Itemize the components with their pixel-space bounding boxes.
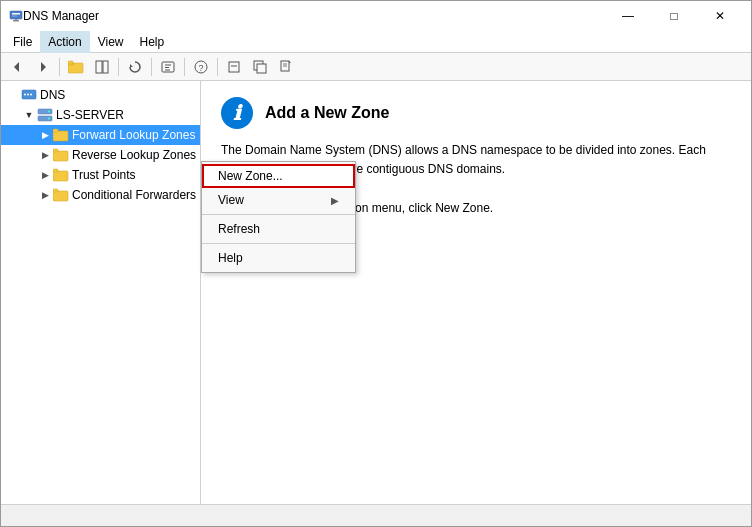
folder-forward-icon (53, 127, 69, 143)
content-header: ℹ Add a New Zone (221, 97, 731, 129)
svg-rect-19 (229, 62, 239, 72)
ctx-view-arrow: ▶ (331, 195, 339, 206)
tree-item-reverse-lookup[interactable]: ▶ Reverse Lookup Zones (1, 145, 200, 165)
main-window: DNS Manager — □ ✕ File Action View Help (0, 0, 752, 527)
status-bar (1, 504, 751, 526)
expand-ls-server[interactable]: ▼ (21, 110, 37, 120)
svg-point-28 (24, 94, 26, 96)
maximize-button[interactable]: □ (651, 1, 697, 31)
tree-item-trust-points[interactable]: ▶ Trust Points (1, 165, 200, 185)
folder-button[interactable] (64, 56, 88, 78)
svg-rect-35 (53, 131, 68, 141)
title-bar: DNS Manager — □ ✕ (1, 1, 751, 31)
tree-item-dns[interactable]: DNS (1, 85, 200, 105)
back-button[interactable] (5, 56, 29, 78)
minimize-button[interactable]: — (605, 1, 651, 31)
menu-bar: File Action View Help (1, 31, 751, 53)
ctx-separator-2 (202, 243, 355, 244)
menu-help[interactable]: Help (132, 31, 173, 53)
svg-rect-0 (10, 11, 22, 19)
app-icon (9, 9, 23, 23)
ctx-help-label: Help (218, 251, 243, 265)
trust-points-label: Trust Points (72, 168, 136, 182)
ctx-new-zone[interactable]: New Zone... (202, 164, 355, 188)
dns-tree-icon (21, 87, 37, 103)
svg-marker-24 (289, 61, 291, 63)
ctx-view[interactable]: View ▶ (202, 188, 355, 212)
ctx-refresh[interactable]: Refresh (202, 217, 355, 241)
svg-marker-12 (130, 64, 133, 67)
tree-item-forward-lookup[interactable]: ▶ Forward Lookup Zones (1, 125, 200, 145)
info-icon: ℹ (221, 97, 253, 129)
toolbar-btn-c[interactable] (274, 56, 298, 78)
toolbar-sep-2 (118, 58, 119, 76)
context-menu: New Zone... View ▶ Refresh Help (201, 161, 356, 273)
expand-reverse-lookup[interactable]: ▶ (37, 150, 53, 160)
content-title: Add a New Zone (265, 104, 389, 122)
menu-view[interactable]: View (90, 31, 132, 53)
forward-button[interactable] (31, 56, 55, 78)
window-controls: — □ ✕ (605, 1, 743, 31)
ctx-help[interactable]: Help (202, 246, 355, 270)
svg-rect-22 (257, 64, 266, 73)
svg-rect-11 (103, 61, 108, 73)
svg-rect-40 (53, 169, 58, 172)
svg-rect-10 (96, 61, 102, 73)
expand-trust-points[interactable]: ▶ (37, 170, 53, 180)
show-hide-button[interactable] (90, 56, 114, 78)
svg-rect-38 (53, 149, 58, 152)
close-button[interactable]: ✕ (697, 1, 743, 31)
ctx-view-label: View (218, 193, 244, 207)
svg-point-34 (48, 118, 50, 120)
forward-lookup-label: Forward Lookup Zones (72, 128, 195, 142)
svg-point-30 (30, 94, 32, 96)
folder-conditional-icon (53, 187, 69, 203)
svg-rect-9 (68, 61, 73, 64)
svg-point-29 (27, 94, 29, 96)
svg-rect-39 (53, 171, 68, 181)
main-area: DNS ▼ LS-SERVER ▶ (1, 81, 751, 504)
menu-file[interactable]: File (5, 31, 40, 53)
expand-forward-lookup[interactable]: ▶ (37, 130, 53, 140)
tree-item-ls-server[interactable]: ▼ LS-SERVER (1, 105, 200, 125)
toolbar-sep-5 (217, 58, 218, 76)
toolbar-btn-b[interactable] (248, 56, 272, 78)
refresh-button[interactable] (123, 56, 147, 78)
menu-action[interactable]: Action (40, 31, 89, 53)
svg-point-32 (48, 111, 50, 113)
svg-rect-37 (53, 151, 68, 161)
reverse-lookup-label: Reverse Lookup Zones (72, 148, 196, 162)
svg-rect-4 (15, 19, 17, 21)
folder-reverse-icon (53, 147, 69, 163)
toolbar-sep-3 (151, 58, 152, 76)
toolbar-sep-4 (184, 58, 185, 76)
svg-rect-41 (53, 191, 68, 201)
window-title: DNS Manager (23, 9, 605, 23)
ctx-refresh-label: Refresh (218, 222, 260, 236)
toolbar-sep-1 (59, 58, 60, 76)
properties-button[interactable] (156, 56, 180, 78)
toolbar: ? (1, 53, 751, 81)
svg-text:?: ? (198, 63, 203, 73)
ctx-new-zone-label: New Zone... (218, 169, 283, 183)
svg-rect-1 (12, 13, 20, 15)
svg-rect-2 (12, 16, 17, 17)
ls-server-label: LS-SERVER (56, 108, 124, 122)
ctx-separator (202, 214, 355, 215)
folder-trust-icon (53, 167, 69, 183)
svg-rect-36 (53, 129, 58, 132)
svg-marker-5 (14, 62, 19, 72)
server-icon (37, 107, 53, 123)
tree-item-conditional-forwarders[interactable]: ▶ Conditional Forwarders (1, 185, 200, 205)
expand-conditional-forwarders[interactable]: ▶ (37, 190, 53, 200)
toolbar-btn-a[interactable] (222, 56, 246, 78)
svg-marker-6 (41, 62, 46, 72)
tree-panel: DNS ▼ LS-SERVER ▶ (1, 81, 201, 504)
content-panel: New Zone... View ▶ Refresh Help ℹ (201, 81, 751, 504)
svg-rect-42 (53, 189, 58, 192)
help-toolbar-button[interactable]: ? (189, 56, 213, 78)
dns-label: DNS (40, 88, 65, 102)
conditional-forwarders-label: Conditional Forwarders (72, 188, 196, 202)
